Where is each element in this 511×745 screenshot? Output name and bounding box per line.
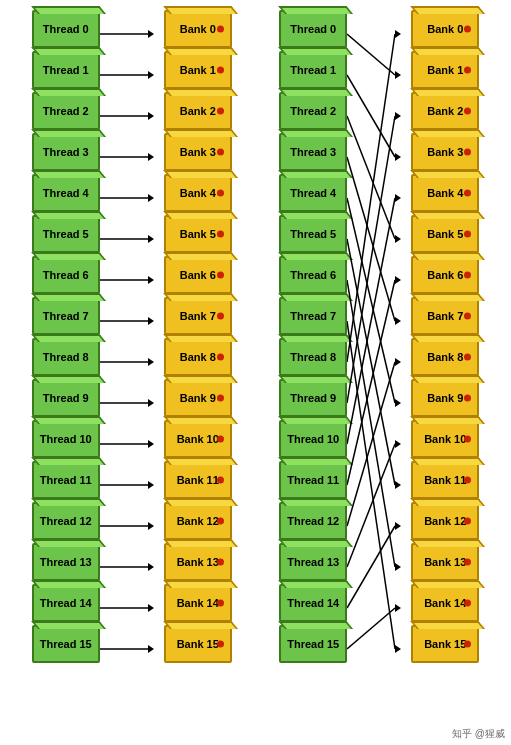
bank-dot	[464, 436, 471, 443]
bank-box-7: Bank 7	[164, 297, 232, 335]
bank-box-1: Bank 1	[164, 51, 232, 89]
svg-marker-61	[395, 522, 401, 530]
bank-dot	[217, 67, 224, 74]
svg-marker-35	[395, 153, 401, 161]
thread-box-0: Thread 0	[32, 10, 100, 48]
bank-box-12: Bank 12	[411, 502, 479, 540]
thread-box-4: Thread 4	[279, 174, 347, 212]
svg-marker-27	[148, 563, 154, 571]
svg-marker-23	[148, 481, 154, 489]
bank-box-10: Bank 10	[411, 420, 479, 458]
thread-box-6: Thread 6	[279, 256, 347, 294]
thread-box-7: Thread 7	[279, 297, 347, 335]
svg-marker-59	[395, 440, 401, 448]
bank-box-13: Bank 13	[411, 543, 479, 581]
bank-box-11: Bank 11	[164, 461, 232, 499]
svg-line-36	[347, 116, 395, 239]
svg-marker-1	[148, 30, 154, 38]
svg-marker-33	[395, 71, 401, 79]
svg-marker-43	[395, 481, 401, 489]
bank-dot	[217, 231, 224, 238]
svg-marker-37	[395, 235, 401, 243]
svg-marker-21	[148, 440, 154, 448]
svg-marker-19	[148, 399, 154, 407]
thread-box-9: Thread 9	[32, 379, 100, 417]
thread-box-15: Thread 15	[279, 625, 347, 663]
bank-dot	[217, 600, 224, 607]
bank-dot	[464, 108, 471, 115]
svg-marker-25	[148, 522, 154, 530]
thread-box-14: Thread 14	[32, 584, 100, 622]
thread-box-1: Thread 1	[32, 51, 100, 89]
thread-box-11: Thread 11	[279, 461, 347, 499]
bank-dot	[464, 354, 471, 361]
bank-box-11: Bank 11	[411, 461, 479, 499]
bank-dot	[217, 641, 224, 648]
bank-dot	[464, 600, 471, 607]
bank-box-6: Bank 6	[164, 256, 232, 294]
bank-dot	[217, 149, 224, 156]
bank-box-0: Bank 0	[164, 10, 232, 48]
svg-marker-47	[395, 645, 401, 653]
bank-dot	[464, 149, 471, 156]
bank-box-4: Bank 4	[411, 174, 479, 212]
bank-dot	[217, 313, 224, 320]
bank-box-3: Bank 3	[164, 133, 232, 171]
bank-box-14: Bank 14	[411, 584, 479, 622]
thread-box-10: Thread 10	[32, 420, 100, 458]
thread-box-5: Thread 5	[32, 215, 100, 253]
bank-box-8: Bank 8	[164, 338, 232, 376]
thread-box-4: Thread 4	[32, 174, 100, 212]
thread-box-10: Thread 10	[279, 420, 347, 458]
diagram-right: Thread 0Thread 1Thread 2Thread 3Thread 4…	[279, 10, 479, 673]
thread-box-5: Thread 5	[279, 215, 347, 253]
svg-marker-17	[148, 358, 154, 366]
svg-marker-15	[148, 317, 154, 325]
bank-box-7: Bank 7	[411, 297, 479, 335]
bank-box-2: Bank 2	[411, 92, 479, 130]
bank-box-15: Bank 15	[411, 625, 479, 663]
svg-marker-5	[148, 112, 154, 120]
bank-box-5: Bank 5	[164, 215, 232, 253]
thread-box-0: Thread 0	[279, 10, 347, 48]
bank-dot	[217, 354, 224, 361]
thread-box-9: Thread 9	[279, 379, 347, 417]
bank-dot	[464, 559, 471, 566]
thread-box-3: Thread 3	[32, 133, 100, 171]
svg-marker-51	[395, 112, 401, 120]
svg-line-58	[347, 444, 395, 567]
thread-box-13: Thread 13	[279, 543, 347, 581]
bank-dot	[217, 477, 224, 484]
svg-line-56	[347, 362, 395, 526]
bank-box-1: Bank 1	[411, 51, 479, 89]
bank-dot	[464, 641, 471, 648]
svg-marker-13	[148, 276, 154, 284]
bank-dot	[464, 231, 471, 238]
bank-dot	[217, 518, 224, 525]
bank-dot	[217, 26, 224, 33]
bank-box-13: Bank 13	[164, 543, 232, 581]
svg-marker-9	[148, 194, 154, 202]
svg-marker-11	[148, 235, 154, 243]
thread-box-6: Thread 6	[32, 256, 100, 294]
bank-dot	[464, 395, 471, 402]
svg-marker-41	[395, 399, 401, 407]
thread-box-8: Thread 8	[32, 338, 100, 376]
bank-dot	[464, 67, 471, 74]
bank-box-0: Bank 0	[411, 10, 479, 48]
thread-box-12: Thread 12	[279, 502, 347, 540]
bank-dot	[464, 313, 471, 320]
svg-line-62	[347, 608, 395, 649]
thread-box-2: Thread 2	[32, 92, 100, 130]
thread-box-15: Thread 15	[32, 625, 100, 663]
bank-dot	[217, 272, 224, 279]
bank-box-3: Bank 3	[411, 133, 479, 171]
svg-marker-45	[395, 563, 401, 571]
bank-box-9: Bank 9	[164, 379, 232, 417]
svg-line-32	[347, 34, 395, 75]
bank-dot	[464, 26, 471, 33]
thread-box-14: Thread 14	[279, 584, 347, 622]
bank-dot	[464, 477, 471, 484]
bank-dot	[464, 518, 471, 525]
watermark: 知乎 @猩威	[452, 727, 505, 741]
